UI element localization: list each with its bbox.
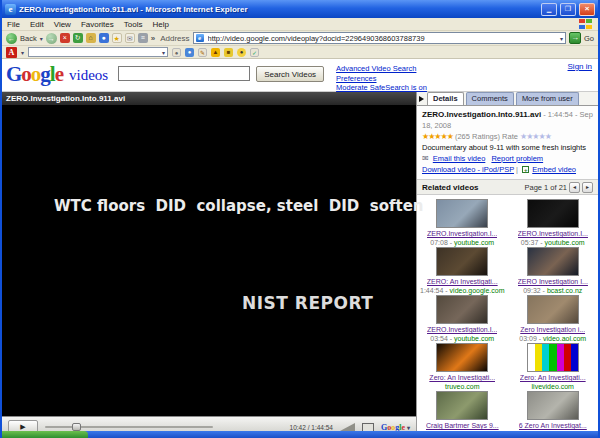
- menu-bar: FileEditViewFavoritesToolsHelp: [2, 18, 598, 31]
- download-video-link[interactable]: Download video - iPod/PSP: [422, 165, 514, 174]
- highlighter-icon[interactable]: ▲: [211, 48, 220, 57]
- print-icon[interactable]: ≡: [138, 33, 148, 43]
- stop-icon[interactable]: ×: [60, 33, 70, 43]
- forward-button[interactable]: →: [46, 33, 57, 44]
- video-title: ZERO.Investigation.Into.911.avi: [422, 110, 541, 119]
- globe-icon[interactable]: ●: [185, 48, 194, 57]
- tab-more-from-user[interactable]: More from user: [516, 92, 579, 105]
- search-icon[interactable]: ●: [99, 33, 109, 43]
- related-video-title[interactable]: Craig Bartmer Says 9...: [426, 422, 499, 431]
- addon-logo-icon[interactable]: [6, 47, 17, 58]
- back-button-label: Back: [20, 34, 37, 43]
- menu-edit[interactable]: Edit: [30, 20, 44, 29]
- seek-track: [45, 426, 213, 428]
- video-thumbnail[interactable]: [436, 247, 488, 276]
- email-video-link[interactable]: Email this video: [433, 154, 486, 163]
- related-video-title[interactable]: 6 Zero An Investigat...: [519, 422, 587, 431]
- address-bar: ▾: [193, 32, 566, 44]
- menu-tools[interactable]: Tools: [124, 20, 143, 29]
- seek-thumb[interactable]: [72, 423, 81, 431]
- envelope-icon: ✉: [422, 154, 429, 163]
- prev-page-button[interactable]: ◂: [569, 182, 580, 193]
- related-video-item: ZERO.Investigation.I...07:08 - youtube.c…: [417, 199, 508, 247]
- video-thumbnail[interactable]: [436, 199, 488, 228]
- video-screen[interactable]: WTC floors DID collapse, steel DID softe…: [2, 105, 416, 416]
- link-separator: |: [516, 165, 518, 174]
- close-button[interactable]: [579, 3, 595, 16]
- volume-icon[interactable]: [340, 423, 355, 431]
- related-video-title[interactable]: Zero: An Investigati...: [429, 374, 495, 383]
- related-video-title[interactable]: ZERO.Investigation.I...: [427, 326, 497, 335]
- related-video-title[interactable]: ZERO.Investigation.I...: [427, 230, 497, 239]
- menu-favorites[interactable]: Favorites: [81, 20, 114, 29]
- restore-button[interactable]: [560, 3, 576, 16]
- search-videos-button[interactable]: Search Videos: [256, 66, 324, 82]
- toolbar-overflow-chevron[interactable]: »: [151, 34, 155, 43]
- related-video-item: Zero: An Investigati...truveo.com: [417, 343, 508, 391]
- addon-logo-dropdown-icon[interactable]: ▾: [21, 49, 24, 56]
- tab-details[interactable]: Details: [427, 92, 464, 105]
- related-video-meta: 03:54 - youtube.com: [430, 335, 494, 344]
- rate-label: Rate: [502, 132, 518, 141]
- related-video-item: Zero: An Investigati...livevideo.com: [508, 343, 599, 391]
- back-button[interactable]: ←: [6, 33, 17, 44]
- back-dropdown-icon[interactable]: ▾: [40, 35, 43, 42]
- related-video-meta: 05:37 - youtube.com: [521, 239, 585, 248]
- video-thumbnail[interactable]: [436, 295, 488, 324]
- target-icon[interactable]: ●: [237, 48, 246, 57]
- addon-search-input[interactable]: ▾: [28, 47, 168, 57]
- video-thumbnail[interactable]: [527, 295, 579, 324]
- video-thumbnail[interactable]: [527, 391, 579, 420]
- video-search-input[interactable]: [118, 66, 250, 81]
- magnifier-icon[interactable]: ●: [172, 48, 181, 57]
- report-problem-link[interactable]: Report problem: [491, 154, 543, 163]
- video-thumbnail[interactable]: [527, 343, 579, 372]
- address-label: Address: [160, 34, 189, 43]
- player-column: ZERO.Investigation.Into.911.avi WTC floo…: [2, 92, 416, 437]
- address-dropdown-icon[interactable]: ▾: [560, 35, 563, 42]
- addon-toolbar: ▾ ▾ ● ● ✎ ▲ ■ ● ✓: [2, 46, 598, 59]
- home-icon[interactable]: ⌂: [86, 33, 96, 43]
- related-video-title[interactable]: ZERO Investigation I...: [518, 278, 588, 287]
- related-video-title[interactable]: Zero Investigation i...: [520, 326, 585, 335]
- video-thumbnail[interactable]: [436, 391, 488, 420]
- video-thumbnail[interactable]: [436, 343, 488, 372]
- window-titlebar: ZERO.Investigation.Into.911.avi - Micros…: [2, 0, 598, 18]
- favorites-star-icon[interactable]: ★: [112, 33, 122, 43]
- key-icon[interactable]: ■: [224, 48, 233, 57]
- nav-link-0[interactable]: Advanced Video Search: [336, 64, 427, 74]
- taskbar-strip: [2, 431, 598, 438]
- related-video-title[interactable]: Zero: An Investigati...: [520, 374, 586, 383]
- refresh-icon[interactable]: ↻: [73, 33, 83, 43]
- next-page-button[interactable]: ▸: [582, 182, 593, 193]
- nav-link-1[interactable]: Preferences: [336, 74, 427, 84]
- related-video-item: Zero Investigation i...03:09 - video.aol…: [508, 295, 599, 343]
- minimize-button[interactable]: [541, 3, 557, 16]
- address-favicon: [196, 34, 204, 42]
- start-button-sliver[interactable]: [2, 431, 88, 438]
- related-video-title[interactable]: ZERO.Investigation.I...: [518, 230, 588, 239]
- page-indicator: Page 1 of 21: [524, 183, 567, 192]
- videos-logo-text: videos: [69, 67, 108, 84]
- go-button[interactable]: →: [569, 32, 581, 44]
- address-input[interactable]: [206, 33, 558, 44]
- flag-icon[interactable]: ✓: [250, 48, 259, 57]
- menu-bar-items: FileEditViewFavoritesToolsHelp: [7, 20, 169, 29]
- nav-link-2[interactable]: Moderate SafeSearch is on: [336, 83, 427, 93]
- mail-icon[interactable]: ✉: [125, 33, 135, 43]
- info-title-line: ZERO.Investigation.Into.911.avi - 1:44:5…: [422, 109, 593, 131]
- menu-file[interactable]: File: [7, 20, 20, 29]
- panel-collapse-icon[interactable]: [419, 96, 424, 102]
- sign-in-link[interactable]: Sign in: [568, 62, 592, 71]
- menu-view[interactable]: View: [54, 20, 71, 29]
- tab-comments[interactable]: Comments: [466, 92, 514, 105]
- related-video-title[interactable]: ZERO: An Investigati...: [427, 278, 498, 287]
- related-video-meta: livevideo.com: [532, 383, 574, 392]
- video-info-box: ZERO.Investigation.Into.911.avi - 1:44:5…: [417, 106, 598, 180]
- pencil-icon[interactable]: ✎: [198, 48, 207, 57]
- menu-help[interactable]: Help: [152, 20, 168, 29]
- video-thumbnail[interactable]: [527, 199, 579, 228]
- embed-video-link[interactable]: Embed video: [532, 165, 576, 174]
- stars-rate[interactable]: ★★★★★: [520, 132, 551, 141]
- video-thumbnail[interactable]: [527, 247, 579, 276]
